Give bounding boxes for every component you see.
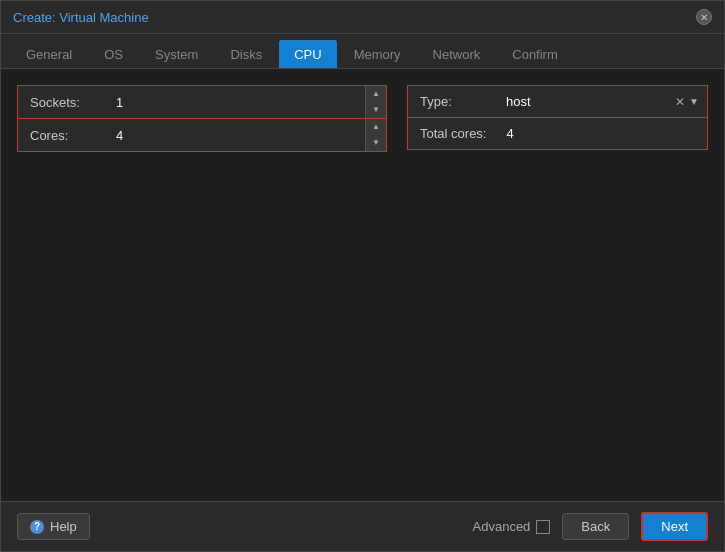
type-row: Type: host ✕ ▼ xyxy=(407,85,708,118)
tab-confirm[interactable]: Confirm xyxy=(497,40,573,68)
cores-value: 4 xyxy=(108,120,365,151)
sockets-up[interactable]: ▲ xyxy=(366,86,386,102)
type-input-container[interactable]: host ✕ ▼ xyxy=(498,86,707,117)
type-value: host xyxy=(506,94,675,109)
right-footer: Advanced Back Next xyxy=(473,512,708,541)
footer: ? Help Advanced Back Next xyxy=(1,501,724,551)
content-area: Sockets: 1 ▲ ▼ Cores: 4 ▲ ▼ xyxy=(1,69,724,501)
advanced-checkbox[interactable] xyxy=(536,520,550,534)
total-cores-row: Total cores: 4 xyxy=(407,117,708,150)
sockets-label: Sockets: xyxy=(18,87,108,118)
close-button[interactable]: ✕ xyxy=(696,9,712,25)
title-bar: Create: Virtual Machine ✕ xyxy=(1,1,724,34)
help-icon: ? xyxy=(30,520,44,534)
tab-system[interactable]: System xyxy=(140,40,213,68)
advanced-section: Advanced xyxy=(473,519,551,534)
sockets-spinbox[interactable]: ▲ ▼ xyxy=(365,86,386,118)
form-container: Sockets: 1 ▲ ▼ Cores: 4 ▲ ▼ xyxy=(17,85,708,151)
advanced-label: Advanced xyxy=(473,519,531,534)
left-section: Sockets: 1 ▲ ▼ Cores: 4 ▲ ▼ xyxy=(17,85,387,151)
cores-spinbox[interactable]: ▲ ▼ xyxy=(365,119,386,151)
cores-up[interactable]: ▲ xyxy=(366,119,386,135)
tab-disks[interactable]: Disks xyxy=(215,40,277,68)
cores-down[interactable]: ▼ xyxy=(366,135,386,151)
sockets-value: 1 xyxy=(108,87,365,118)
tab-general[interactable]: General xyxy=(11,40,87,68)
next-button[interactable]: Next xyxy=(641,512,708,541)
sockets-down[interactable]: ▼ xyxy=(366,102,386,118)
cores-row: Cores: 4 ▲ ▼ xyxy=(17,118,387,152)
tab-network[interactable]: Network xyxy=(418,40,496,68)
create-vm-dialog: Create: Virtual Machine ✕ General OS Sys… xyxy=(0,0,725,552)
tab-os[interactable]: OS xyxy=(89,40,138,68)
sockets-row: Sockets: 1 ▲ ▼ xyxy=(17,85,387,119)
total-cores-label: Total cores: xyxy=(408,118,498,149)
right-section: Type: host ✕ ▼ Total cores: 4 xyxy=(407,85,708,151)
cores-label: Cores: xyxy=(18,120,108,151)
help-button[interactable]: ? Help xyxy=(17,513,90,540)
tab-bar: General OS System Disks CPU Memory Netwo… xyxy=(1,34,724,69)
type-clear-icon[interactable]: ✕ xyxy=(675,95,685,109)
tab-cpu[interactable]: CPU xyxy=(279,40,336,68)
tab-memory[interactable]: Memory xyxy=(339,40,416,68)
back-button[interactable]: Back xyxy=(562,513,629,540)
total-cores-value: 4 xyxy=(498,118,707,149)
type-label: Type: xyxy=(408,86,498,117)
dialog-title: Create: Virtual Machine xyxy=(13,10,149,25)
type-dropdown-icon[interactable]: ▼ xyxy=(689,96,699,107)
